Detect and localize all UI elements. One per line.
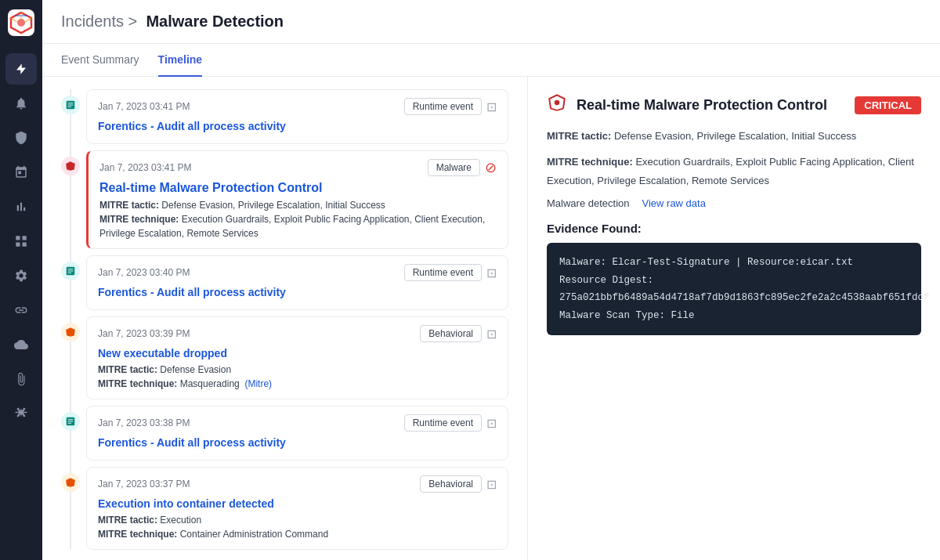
timeline: Jan 7, 2023 03:41 PM Runtime event ⊡ For… [61, 89, 508, 550]
event-card-6[interactable]: Jan 7, 2023 03:37 PM Behavioral ⊡ Execut… [86, 467, 508, 550]
breadcrumb-main: Malware Detection [146, 13, 284, 30]
event-badge-2: Malware ⊘ [428, 159, 497, 176]
timeline-icon-2 [61, 157, 80, 175]
event-header-4: Jan 7, 2023 03:39 PM Behavioral ⊡ [98, 325, 497, 342]
content-area: Jan 7, 2023 03:41 PM Runtime event ⊡ For… [42, 77, 940, 560]
timeline-item-1: Jan 7, 2023 03:41 PM Runtime event ⊡ For… [61, 89, 508, 144]
breadcrumb-prefix: Incidents > [61, 13, 137, 30]
tab-event-summary[interactable]: Event Summary [61, 44, 139, 77]
detail-threat-icon [547, 92, 567, 117]
event-header-5: Jan 7, 2023 03:38 PM Runtime event ⊡ [98, 414, 497, 432]
timeline-icon-6 [61, 473, 80, 492]
event-badge-3: Runtime event ⊡ [404, 264, 497, 281]
detail-panel: Real-time Malware Protection Control CRI… [528, 77, 940, 560]
event-header-6: Jan 7, 2023 03:37 PM Behavioral ⊡ [98, 475, 497, 493]
evidence-box: Malware: Elcar-Test-Signature | Resource… [547, 243, 921, 335]
event-title-5: Forentics - Audit all process activity [98, 436, 497, 449]
sidebar-item-cloud[interactable] [5, 329, 37, 360]
event-badge-6: Behavioral ⊡ [420, 475, 497, 493]
svg-point-5 [555, 100, 560, 106]
timeline-icon-3 [61, 262, 80, 280]
sidebar [0, 0, 42, 560]
sidebar-item-shield[interactable] [5, 122, 37, 154]
event-time-2: Jan 7, 2023 03:41 PM [99, 162, 191, 173]
runtime-badge-5: Runtime event [404, 414, 482, 432]
mitre-tactic-label: MITRE tactic: [547, 130, 611, 142]
sidebar-item-link[interactable] [5, 294, 37, 326]
evidence-line-1: Malware: Elcar-Test-Signature | Resource… [559, 254, 909, 272]
behavioral-badge-4: Behavioral [420, 325, 482, 342]
event-card-5[interactable]: Jan 7, 2023 03:38 PM Runtime event ⊡ For… [86, 406, 508, 461]
timeline-item-3: Jan 7, 2023 03:40 PM Runtime event ⊡ For… [61, 255, 508, 310]
event-badge-4: Behavioral ⊡ [420, 325, 497, 342]
evidence-line-2: Resource Digest: 275a021bbfb6489a54d4718… [559, 272, 909, 307]
header: Incidents > Malware Detection [42, 0, 940, 44]
event-badge-5: Runtime event ⊡ [404, 414, 497, 432]
sidebar-item-settings[interactable] [5, 260, 37, 291]
timeline-item-5: Jan 7, 2023 03:38 PM Runtime event ⊡ For… [61, 406, 508, 461]
sidebar-item-chart[interactable] [5, 191, 37, 222]
timeline-icon-5 [61, 412, 80, 431]
event-time-3: Jan 7, 2023 03:40 PM [98, 267, 190, 278]
sidebar-item-grid[interactable] [5, 226, 37, 257]
detail-mitre-tactic: MITRE tactic: Defense Evasion, Privilege… [547, 127, 921, 145]
event-title-2: Real-time Malware Protection Control [99, 181, 497, 195]
timeline-item-4: Jan 7, 2023 03:39 PM Behavioral ⊡ New ex… [61, 316, 508, 399]
event-time-1: Jan 7, 2023 03:41 PM [98, 101, 190, 112]
event-card-4[interactable]: Jan 7, 2023 03:39 PM Behavioral ⊡ New ex… [86, 316, 508, 399]
event-meta-6: MITRE tactic: Execution MITRE technique:… [98, 513, 497, 541]
event-header-2: Jan 7, 2023 03:41 PM Malware ⊘ [99, 159, 497, 176]
page-title: Incidents > Malware Detection [61, 13, 921, 31]
timeline-icon-1 [61, 96, 80, 114]
evidence-title: Evidence Found: [547, 222, 921, 235]
sidebar-item-home[interactable] [5, 53, 37, 85]
timeline-item-2: Jan 7, 2023 03:41 PM Malware ⊘ Real-time… [61, 150, 508, 249]
detail-mitre-technique: MITRE technique: Execution Guardrails, E… [547, 153, 921, 190]
detail-links: Malware detection View raw data [547, 197, 921, 209]
timeline-icon-4 [61, 323, 80, 341]
mitre-tactic-value: Defense Evasion, Privilege Escalation, I… [614, 130, 856, 142]
scan-icon-1: ⊡ [486, 99, 497, 114]
behavioral-badge-6: Behavioral [420, 475, 482, 493]
mitre-link-4[interactable]: (Mitre) [244, 378, 272, 389]
scan-icon-3: ⊡ [486, 266, 497, 280]
event-badge-1: Runtime event ⊡ [404, 98, 497, 115]
critical-badge: CRITICAL [855, 96, 921, 114]
runtime-badge-3: Runtime event [404, 264, 482, 281]
event-title-6: Execution into container detected [98, 497, 497, 510]
event-card-2[interactable]: Jan 7, 2023 03:41 PM Malware ⊘ Real-time… [86, 150, 508, 249]
event-header-1: Jan 7, 2023 03:41 PM Runtime event ⊡ [98, 98, 497, 115]
detail-title: Real-time Malware Protection Control [577, 97, 845, 114]
mitre-technique-label: MITRE technique: [547, 156, 633, 168]
sidebar-item-asterisk[interactable] [5, 398, 37, 429]
event-card-1[interactable]: Jan 7, 2023 03:41 PM Runtime event ⊡ For… [86, 89, 508, 144]
evidence-line-3: Malware Scan Type: File [559, 307, 909, 325]
scan-icon-6: ⊡ [486, 477, 497, 492]
scan-icon-5: ⊡ [486, 416, 497, 431]
event-meta-4: MITRE tactic: Defense Evasion MITRE tech… [98, 363, 497, 391]
cancel-icon: ⊘ [485, 159, 497, 176]
event-title-4: New executable dropped [98, 347, 497, 359]
tab-timeline[interactable]: Timeline [158, 44, 203, 77]
detail-header: Real-time Malware Protection Control CRI… [547, 92, 921, 117]
event-time-5: Jan 7, 2023 03:38 PM [98, 417, 190, 428]
scan-icon-4: ⊡ [486, 327, 497, 341]
logo[interactable] [8, 9, 34, 39]
detection-label: Malware detection [547, 197, 630, 209]
tab-bar: Event Summary Timeline [42, 44, 940, 77]
event-title-3: Forentics - Audit all process activity [98, 286, 497, 298]
sidebar-item-attach[interactable] [5, 363, 37, 395]
sidebar-item-calendar[interactable] [5, 157, 37, 188]
sidebar-item-alerts[interactable] [5, 88, 37, 119]
event-time-6: Jan 7, 2023 03:37 PM [98, 479, 190, 490]
malware-badge: Malware [428, 159, 480, 176]
event-time-4: Jan 7, 2023 03:39 PM [98, 328, 190, 339]
main-content: Incidents > Malware Detection Event Summ… [42, 0, 940, 560]
event-meta-2: MITRE tactic: Defense Evasion, Privilege… [99, 198, 497, 240]
event-title-1: Forentics - Audit all process activity [98, 120, 497, 132]
event-header-3: Jan 7, 2023 03:40 PM Runtime event ⊡ [98, 264, 497, 281]
timeline-item-6: Jan 7, 2023 03:37 PM Behavioral ⊡ Execut… [61, 467, 508, 550]
runtime-badge-1: Runtime event [404, 98, 482, 115]
view-raw-link[interactable]: View raw data [642, 197, 706, 209]
event-card-3[interactable]: Jan 7, 2023 03:40 PM Runtime event ⊡ For… [86, 255, 508, 310]
